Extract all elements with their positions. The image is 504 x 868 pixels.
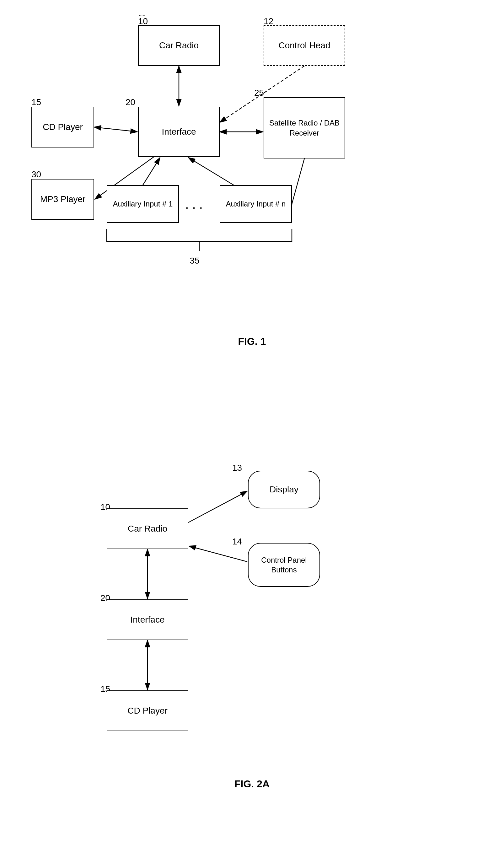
- ref-25-fig1: 25: [254, 88, 264, 98]
- interface-box-fig2a: Interface: [107, 599, 188, 640]
- svg-line-7: [94, 127, 137, 132]
- svg-text:. . .: . . .: [185, 197, 203, 211]
- ref-13-fig2a: 13: [232, 463, 242, 473]
- auxn-box-fig1: Auxiliary Input # n: [220, 185, 292, 223]
- control-panel-box-fig2a: Control Panel Buttons: [248, 543, 320, 587]
- svg-line-10: [188, 157, 234, 185]
- display-box-fig2a: Display: [248, 471, 320, 508]
- svg-line-9: [143, 157, 160, 185]
- cd-player-box-fig2a: CD Player: [107, 690, 188, 731]
- fig1-caption: FIG. 1: [0, 330, 504, 354]
- svg-line-17: [188, 491, 247, 523]
- satellite-box-fig1: Satellite Radio / DAB Receiver: [264, 97, 345, 158]
- mp3-player-box-fig1: MP3 Player: [31, 179, 94, 220]
- fig1-diagram: . . . 35 10 ⌒ 12 15 20 25 30 Car Radio C…: [0, 0, 504, 433]
- control-head-box-fig1: Control Head: [264, 25, 345, 66]
- fig2a-diagram: 10 13 14 20 15 Car Radio Display Control…: [0, 439, 504, 868]
- car-radio-box-fig2a: Car Radio: [107, 508, 188, 549]
- car-radio-box-fig1: Car Radio: [138, 25, 220, 66]
- ref-30-fig1: 30: [31, 169, 41, 179]
- cd-player-box-fig1: CD Player: [31, 107, 94, 147]
- aux1-box-fig1: Auxiliary Input # 1: [107, 185, 179, 223]
- ref-curve-10: ⌒: [137, 13, 146, 25]
- ref-15-fig1: 15: [31, 97, 41, 107]
- ref-20-fig1: 20: [125, 97, 135, 107]
- svg-text:35: 35: [189, 256, 199, 266]
- svg-line-11: [292, 158, 305, 204]
- fig2a-caption: FIG. 2A: [0, 772, 504, 796]
- ref-14-fig2a: 14: [232, 537, 242, 547]
- svg-line-18: [189, 546, 247, 562]
- interface-box-fig1: Interface: [138, 107, 220, 157]
